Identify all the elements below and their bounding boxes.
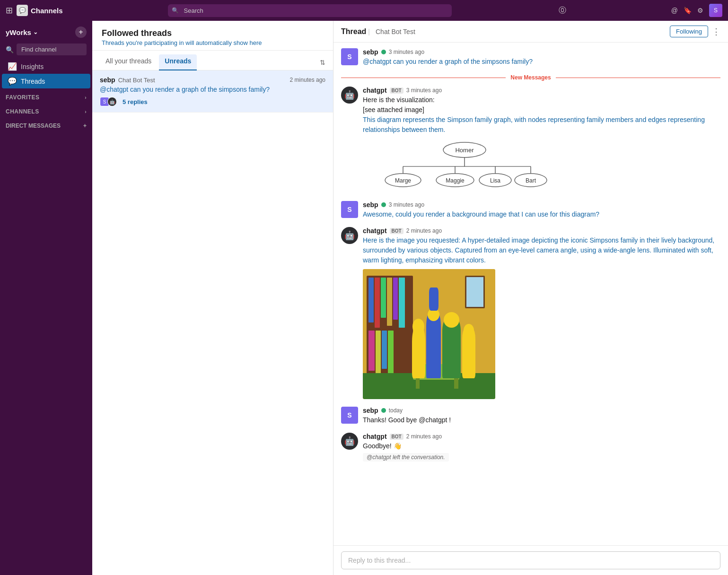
message-avatar-5: S [341, 407, 358, 424]
message-content-5: sebp today Thanks! Good bye @chatgpt ! [363, 407, 720, 425]
msg6-time: 2 minutes ago [406, 433, 442, 440]
msg3-time: 3 minutes ago [389, 201, 424, 208]
find-channel-input[interactable] [17, 44, 87, 55]
topbar-icons: @ 🔖 ⚙ S [671, 4, 722, 17]
msg5-time: today [389, 407, 403, 414]
tab-unreads[interactable]: Unreads [159, 54, 197, 70]
workspace-name[interactable]: yWorks [6, 28, 38, 36]
msg4-user: chatgpt [363, 227, 387, 235]
thread-avatars: S 🤖 [100, 97, 115, 106]
more-options-icon[interactable]: ⋮ [712, 26, 720, 37]
insights-label: Insights [21, 63, 44, 70]
msg2-line3: This diagram represents the Simpson fami… [363, 115, 720, 135]
channels-section-header[interactable]: CHANNELS › [0, 103, 92, 117]
svg-text:Maggie: Maggie [446, 177, 465, 184]
simpsons-image [363, 269, 495, 399]
message-content-4: chatgpt BOT 2 minutes ago Here is the im… [363, 227, 720, 399]
dm-plus-icon[interactable]: + [83, 122, 87, 129]
brand-icon: 💬 [17, 5, 28, 16]
message-content-1: sebp 3 minutes ago @chatgpt can you rend… [363, 48, 720, 67]
thread-item-channel: Chat Bot Test [118, 77, 155, 84]
bot-badge-6: BOT [390, 434, 403, 440]
thread-item-text: @chatgpt can you render a graph of the s… [100, 86, 325, 93]
svg-text:Homer: Homer [455, 147, 474, 154]
message-4: 🤖 chatgpt BOT 2 minutes ago Here is the … [341, 227, 720, 399]
favorites-chevron: › [85, 95, 87, 100]
message-6: 🤖 chatgpt BOT 2 minutes ago Goodbye! 👋 @… [341, 433, 720, 462]
following-button[interactable]: Following [670, 26, 708, 37]
thread-item-user: sebp [100, 76, 115, 84]
help-icon[interactable]: ⓪ [559, 6, 566, 16]
svg-text:Bart: Bart [526, 177, 536, 184]
thread-replies-count[interactable]: 5 replies [123, 98, 148, 105]
favorites-section-header[interactable]: FAVORITES › [0, 88, 92, 103]
message-header-4: chatgpt BOT 2 minutes ago [363, 227, 720, 235]
bookmark-icon[interactable]: 🔖 [684, 7, 692, 14]
thread-item-footer: S 🤖 5 replies [100, 97, 325, 106]
msg6-text: Goodbye! 👋 [363, 441, 720, 451]
thread-detail-title: Thread [341, 27, 366, 36]
msg5-user: sebp [363, 407, 378, 414]
threads-layout: Followed threads Threads you're particip… [92, 21, 728, 575]
sidebar-item-insights[interactable]: 📈 Insights [2, 59, 90, 74]
message-3: S sebp 3 minutes ago Awesome, could you … [341, 201, 720, 219]
message-1: S sebp 3 minutes ago @chatgpt can you re… [341, 48, 720, 67]
tab-all-threads[interactable]: All your threads [100, 54, 157, 70]
message-5: S sebp today Thanks! Good bye @chatgpt ! [341, 407, 720, 425]
thread-avatar-2: 🤖 [107, 97, 117, 106]
msg1-time: 3 minutes ago [389, 49, 424, 55]
msg3-user: sebp [363, 201, 378, 209]
apps-icon[interactable]: ⊞ [6, 5, 13, 16]
thread-detail-panel: Thread | Chat Bot Test Following ⋮ S [333, 21, 728, 575]
channels-label: CHANNELS [6, 108, 39, 115]
dm-section-header: DIRECT MESSAGES + [0, 117, 92, 131]
message-avatar-4: 🤖 [341, 227, 358, 244]
bot-badge-4: BOT [390, 228, 403, 234]
threads-header: Followed threads Threads you're particip… [92, 21, 333, 51]
search-bar [168, 4, 452, 17]
svg-text:Marge: Marge [395, 177, 411, 184]
online-status-5 [381, 408, 386, 413]
msg2-line2: [see attached image] [363, 105, 720, 115]
msg6-user: chatgpt [363, 433, 387, 440]
message-header-2: chatgpt BOT 3 minutes ago [363, 87, 720, 94]
threads-list-panel: Followed threads Threads you're particip… [92, 21, 333, 575]
message-header-5: sebp today [363, 407, 720, 414]
msg2-line1: Here is the visualization: [363, 95, 720, 105]
msg1-text: @chatgpt can you render a graph of the s… [363, 57, 720, 67]
find-channel-bar: 🔍 [0, 42, 92, 59]
find-icon: 🔍 [6, 46, 14, 53]
msg4-text: Here is the image you requested: A hyper… [363, 235, 720, 265]
msg6-system: @chatgpt left the conversation. [363, 453, 449, 462]
threads-icon: 💬 [8, 77, 17, 86]
reply-input[interactable]: Reply to this thread... [341, 551, 720, 569]
sidebar-item-threads[interactable]: 💬 Threads [2, 74, 90, 88]
thread-detail-channel: Chat Bot Test [376, 28, 415, 35]
channels-chevron: › [85, 109, 87, 114]
avatar[interactable]: S [709, 4, 722, 17]
header-pipe: | [368, 28, 370, 35]
search-input[interactable] [168, 4, 452, 17]
family-tree-svg: Homer Marge [363, 140, 566, 188]
settings-icon[interactable]: ⚙ [697, 7, 703, 14]
threads-label: Threads [21, 78, 45, 85]
message-content-2: chatgpt BOT 3 minutes ago Here is the vi… [363, 87, 720, 193]
message-header-6: chatgpt BOT 2 minutes ago [363, 433, 720, 440]
thread-detail-actions: Following ⋮ [670, 26, 720, 37]
thread-list-item[interactable]: sebp Chat Bot Test 2 minutes ago @chatgp… [92, 70, 333, 113]
simpsons-scene [363, 269, 495, 399]
message-avatar-1: S [341, 48, 358, 65]
online-status-3 [381, 202, 386, 207]
threads-tab-sort-icon[interactable]: ⇅ [320, 59, 325, 66]
thread-item-header: sebp Chat Bot Test 2 minutes ago [100, 76, 325, 84]
thread-messages-area: S sebp 3 minutes ago @chatgpt can you re… [333, 43, 728, 545]
at-icon[interactable]: @ [671, 7, 678, 14]
message-avatar-6: 🤖 [341, 433, 358, 450]
reply-input-area: Reply to this thread... [333, 545, 728, 575]
msg4-time: 2 minutes ago [406, 227, 442, 234]
favorites-label: FAVORITES [6, 94, 40, 101]
msg5-text: Thanks! Good bye @chatgpt ! [363, 415, 720, 425]
threads-tabs: All your threads Unreads ⇅ [92, 51, 333, 70]
divider-line-left [341, 78, 506, 78]
new-action-button[interactable]: + [75, 26, 87, 38]
